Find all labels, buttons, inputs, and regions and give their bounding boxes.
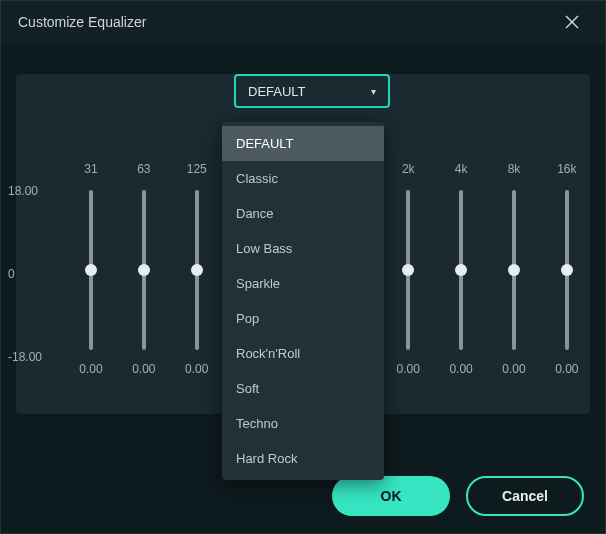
band-slider[interactable] [512, 190, 516, 350]
preset-option-techno[interactable]: Techno [222, 406, 384, 441]
band-freq-label: 4k [455, 154, 468, 184]
band-4k: 4k 0.00 [436, 154, 486, 394]
chevron-down-icon: ▾ [371, 86, 376, 97]
slider-thumb[interactable] [402, 264, 414, 276]
band-freq-label: 63 [137, 154, 150, 184]
window-title: Customize Equalizer [18, 14, 146, 30]
preset-dropdown[interactable]: DEFAULT Classic Dance Low Bass Sparkle P… [222, 122, 384, 480]
band-slider[interactable] [142, 190, 146, 350]
band-31: 31 0.00 [66, 154, 116, 394]
ok-button[interactable]: OK [332, 476, 450, 516]
band-63: 63 0.00 [119, 154, 169, 394]
band-freq-label: 125 [187, 154, 207, 184]
preset-select[interactable]: DEFAULT ▾ [234, 74, 390, 108]
band-freq-label: 31 [84, 154, 97, 184]
band-slider[interactable] [565, 190, 569, 350]
preset-option-default[interactable]: DEFAULT [222, 126, 384, 161]
band-value: 0.00 [132, 362, 155, 376]
slider-thumb[interactable] [85, 264, 97, 276]
cancel-button[interactable]: Cancel [466, 476, 584, 516]
preset-option-classic[interactable]: Classic [222, 161, 384, 196]
gain-axis: 18.00 0 -18.00 [8, 184, 58, 364]
band-slider[interactable] [195, 190, 199, 350]
slider-thumb[interactable] [508, 264, 520, 276]
band-8k: 8k 0.00 [489, 154, 539, 394]
band-value: 0.00 [79, 362, 102, 376]
dialog-buttons: OK Cancel [332, 476, 584, 516]
close-icon [564, 14, 580, 30]
band-freq-label: 8k [508, 154, 521, 184]
preset-option-dance[interactable]: Dance [222, 196, 384, 231]
slider-thumb[interactable] [191, 264, 203, 276]
axis-max: 18.00 [8, 184, 58, 198]
band-16k: 16k 0.00 [542, 154, 592, 394]
band-value: 0.00 [397, 362, 420, 376]
band-value: 0.00 [502, 362, 525, 376]
close-button[interactable] [556, 6, 588, 38]
axis-mid: 0 [8, 267, 58, 281]
slider-thumb[interactable] [455, 264, 467, 276]
band-slider[interactable] [406, 190, 410, 350]
slider-thumb[interactable] [561, 264, 573, 276]
axis-min: -18.00 [8, 350, 58, 364]
preset-option-soft[interactable]: Soft [222, 371, 384, 406]
title-bar: Customize Equalizer [0, 0, 606, 44]
band-slider[interactable] [459, 190, 463, 350]
band-slider[interactable] [89, 190, 93, 350]
band-value: 0.00 [449, 362, 472, 376]
band-125: 125 0.00 [172, 154, 222, 394]
preset-option-sparkle[interactable]: Sparkle [222, 266, 384, 301]
preset-option-low-bass[interactable]: Low Bass [222, 231, 384, 266]
slider-thumb[interactable] [138, 264, 150, 276]
preset-selected-label: DEFAULT [248, 84, 306, 99]
band-2k: 2k 0.00 [383, 154, 433, 394]
preset-option-hard-rock[interactable]: Hard Rock [222, 441, 384, 476]
band-value: 0.00 [555, 362, 578, 376]
preset-option-rocknroll[interactable]: Rock'n'Roll [222, 336, 384, 371]
band-freq-label: 16k [557, 154, 576, 184]
preset-option-pop[interactable]: Pop [222, 301, 384, 336]
band-value: 0.00 [185, 362, 208, 376]
band-freq-label: 2k [402, 154, 415, 184]
